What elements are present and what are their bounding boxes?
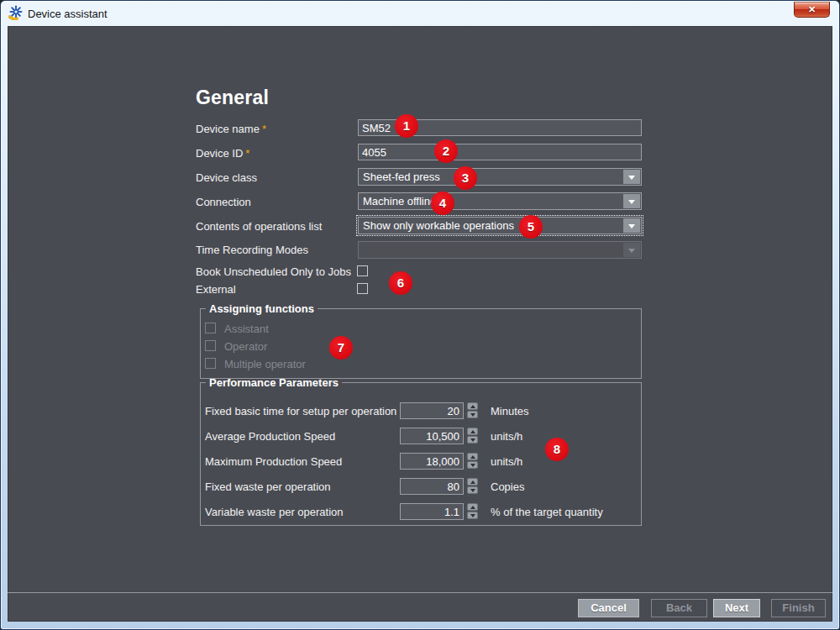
window-title: Device assistant [28, 8, 108, 20]
device-class-value: Sheet-fed press [363, 171, 440, 183]
connection-value: Machine offline [363, 195, 436, 207]
required-marker: * [260, 123, 266, 135]
assistant-label: Assistant [224, 323, 269, 335]
step-badge-6: 6 [389, 271, 412, 295]
avg-speed-stepper[interactable] [467, 428, 478, 444]
next-button[interactable]: Next [713, 599, 760, 617]
connection-label: Connection [196, 196, 251, 208]
required-marker: * [243, 147, 249, 160]
operations-list-dropdown[interactable]: Show only workable operations [358, 217, 642, 234]
avg-speed-input[interactable] [400, 428, 464, 444]
connection-dropdown[interactable]: Machine offline [358, 192, 642, 210]
external-label: External [196, 283, 236, 296]
setup-time-input[interactable] [400, 402, 464, 419]
setup-time-stepper[interactable] [467, 402, 478, 419]
performance-parameters-title: Performance Parameters [206, 376, 342, 389]
footer-divider [8, 592, 832, 593]
arrow-down-icon[interactable] [467, 411, 478, 418]
arrow-down-icon[interactable] [467, 436, 478, 444]
max-speed-label: Maximum Production Speed [205, 455, 342, 468]
fixed-waste-unit: Copies [491, 480, 524, 493]
multiple-operator-checkbox [205, 358, 216, 369]
operations-list-label: Contents of operations list [196, 220, 322, 233]
arrow-down-icon[interactable] [467, 486, 478, 494]
close-button[interactable]: ✕ [794, 2, 830, 18]
chevron-down-icon[interactable] [623, 218, 640, 233]
multiple-operator-label: Multiple operator [224, 358, 306, 370]
assigning-functions-title: Assigning functions [206, 302, 318, 315]
setup-time-unit: Minutes [491, 405, 529, 417]
step-badge-4: 4 [431, 192, 454, 215]
fixed-waste-stepper[interactable] [467, 478, 478, 495]
arrow-up-icon[interactable] [467, 428, 478, 435]
book-unscheduled-label: Book Unscheduled Only to Jobs [196, 265, 351, 278]
time-recording-dropdown [358, 241, 642, 259]
device-class-label: Device class [196, 171, 257, 184]
external-checkbox[interactable] [357, 283, 368, 294]
setup-time-label: Fixed basic time for setup per operation [205, 405, 396, 417]
step-badge-7: 7 [329, 336, 353, 360]
operator-label: Operator [224, 340, 267, 353]
fixed-waste-label: Fixed waste per operation [205, 480, 331, 493]
device-class-dropdown[interactable]: Sheet-fed press [358, 168, 642, 186]
variable-waste-unit: % of the target quantity [491, 506, 603, 518]
device-name-label: Device name* [196, 123, 266, 135]
operations-list-value: Show only workable operations [363, 219, 514, 232]
max-speed-stepper[interactable] [467, 453, 478, 470]
arrow-up-icon[interactable] [467, 478, 478, 486]
step-badge-3: 3 [454, 166, 477, 190]
step-badge-8: 8 [545, 438, 569, 461]
device-id-input[interactable] [358, 144, 642, 160]
cancel-button[interactable]: Cancel [578, 599, 639, 617]
device-assistant-icon [8, 5, 24, 20]
variable-waste-stepper[interactable] [467, 503, 478, 520]
assistant-checkbox [205, 323, 216, 333]
arrow-up-icon[interactable] [467, 402, 478, 410]
finish-button: Finish [771, 599, 826, 617]
arrow-up-icon[interactable] [467, 503, 478, 511]
step-badge-1: 1 [395, 114, 418, 138]
operator-checkbox [205, 340, 216, 351]
variable-waste-input[interactable] [400, 503, 464, 520]
back-button: Back [651, 599, 707, 617]
max-speed-input[interactable] [400, 453, 464, 470]
chevron-down-icon[interactable] [623, 194, 640, 208]
page-title: General [196, 87, 269, 109]
fixed-waste-input[interactable] [400, 478, 464, 495]
chevron-down-icon[interactable] [623, 170, 640, 184]
device-id-label: Device ID* [196, 147, 249, 160]
avg-speed-label: Average Production Speed [205, 430, 335, 443]
device-assistant-window: Device assistant ✕ General Device name* … [0, 0, 840, 630]
title-bar[interactable]: Device assistant ✕ [1, 1, 839, 26]
step-badge-2: 2 [434, 139, 458, 163]
chevron-down-icon [623, 243, 640, 257]
time-recording-label: Time Recording Modes [196, 244, 308, 256]
arrow-up-icon[interactable] [467, 453, 478, 460]
variable-waste-label: Variable waste per operation [205, 506, 344, 518]
step-badge-5: 5 [519, 215, 543, 239]
avg-speed-unit: units/h [491, 430, 522, 443]
max-speed-unit: units/h [491, 455, 522, 468]
arrow-down-icon[interactable] [467, 512, 478, 519]
book-unscheduled-checkbox[interactable] [357, 265, 368, 276]
arrow-down-icon[interactable] [467, 461, 478, 469]
